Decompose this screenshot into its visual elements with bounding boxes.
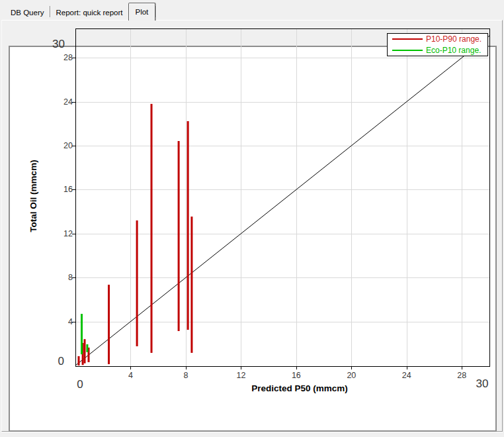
tab-report-label: Report: quick report — [56, 9, 123, 17]
x-axis-title: Predicted P50 (mmcm) — [225, 383, 374, 393]
legend-red-line-swatch — [392, 38, 423, 40]
tab-report-quick-report[interactable]: Report: quick report — [51, 6, 128, 19]
tab-db-query-label: DB Query — [11, 9, 44, 17]
legend-green-line-swatch — [392, 50, 423, 51]
tab-separator — [155, 6, 157, 17]
legend-item-p10-p90: P10-P90 range. — [392, 34, 487, 44]
legend-label-eco-p10: Eco-P10 range. — [426, 46, 481, 55]
tab-plot[interactable]: Plot — [128, 3, 156, 21]
y-axis-title: Total Oil (mmcm) — [28, 160, 38, 232]
tab-plot-label: Plot — [136, 8, 149, 16]
tab-page-panel — [1, 20, 503, 432]
legend-label-p10-p90: P10-P90 range. — [426, 34, 482, 44]
chart-legend: P10-P90 range. Eco-P10 range. — [387, 33, 488, 56]
plot-panel — [9, 46, 497, 432]
legend-item-eco-p10: Eco-P10 range. — [392, 46, 487, 55]
tab-db-query[interactable]: DB Query — [5, 6, 50, 19]
tab-bar: DB Query Report: quick report Plot — [5, 3, 157, 21]
